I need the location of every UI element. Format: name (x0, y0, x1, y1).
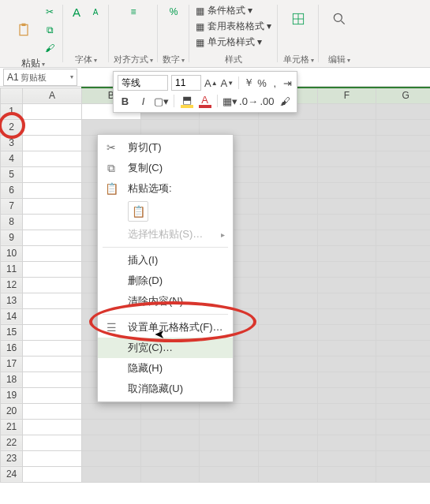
increase-decimal-icon[interactable]: .00 (260, 93, 275, 109)
cell[interactable] (376, 214, 430, 230)
cell[interactable] (258, 371, 317, 387)
cell[interactable] (376, 340, 430, 356)
menu-clear[interactable]: 清除内容(N) (98, 291, 233, 312)
row[interactable]: 24 (1, 466, 431, 482)
cell[interactable] (376, 230, 430, 245)
row-header[interactable]: 18 (1, 371, 23, 387)
font-family-select[interactable] (118, 75, 168, 91)
currency-icon[interactable]: ￥ (244, 75, 254, 91)
cell[interactable] (140, 119, 200, 135)
cell[interactable] (376, 261, 430, 277)
cell[interactable] (376, 450, 430, 466)
row-header[interactable]: 8 (1, 214, 23, 230)
cell[interactable] (81, 119, 140, 135)
row-header[interactable]: 6 (1, 182, 23, 198)
cell[interactable] (23, 261, 82, 277)
cell[interactable] (140, 450, 200, 466)
row-header[interactable]: 2 (1, 119, 23, 135)
row-header[interactable]: 15 (1, 324, 23, 340)
cell[interactable] (317, 198, 376, 214)
cell[interactable] (258, 308, 317, 324)
cell[interactable] (376, 135, 430, 151)
cell[interactable] (23, 166, 82, 182)
cell[interactable] (317, 419, 376, 435)
cell[interactable] (317, 103, 376, 119)
cell[interactable] (376, 387, 430, 403)
cell[interactable] (23, 324, 82, 340)
comma-icon[interactable]: , (270, 75, 279, 91)
menu-insert[interactable]: 插入(I) (98, 250, 233, 271)
cell[interactable] (23, 277, 82, 293)
cell[interactable] (258, 151, 317, 166)
cell[interactable] (376, 119, 430, 135)
paste-button[interactable] (8, 14, 39, 46)
cut-icon[interactable]: ✂ (41, 3, 58, 21)
row-header[interactable]: 19 (1, 387, 23, 403)
fill-color-icon[interactable]: ⬒ (179, 93, 194, 109)
cell[interactable] (81, 435, 140, 450)
row-header[interactable]: 4 (1, 151, 23, 166)
cell[interactable] (317, 371, 376, 387)
italic-button[interactable]: I (136, 93, 151, 109)
cell[interactable] (23, 387, 82, 403)
cell[interactable] (23, 356, 82, 371)
paste-default-icon[interactable]: 📋 (128, 201, 148, 222)
cell[interactable] (23, 245, 82, 261)
cell[interactable] (200, 419, 259, 435)
cell[interactable] (23, 198, 82, 214)
cell[interactable] (376, 245, 430, 261)
cell[interactable] (317, 308, 376, 324)
cell[interactable] (23, 182, 82, 198)
cell[interactable] (317, 214, 376, 230)
cell[interactable] (81, 419, 140, 435)
group-label-align[interactable]: 对齐方式 (114, 54, 153, 65)
cell[interactable] (376, 151, 430, 166)
font-size-select[interactable] (171, 75, 201, 91)
cell[interactable] (258, 166, 317, 182)
cell[interactable] (258, 403, 317, 419)
group-label-cells[interactable]: 单元格 (283, 54, 314, 65)
bold-button[interactable]: B (118, 93, 133, 109)
cell[interactable] (258, 135, 317, 151)
cell[interactable] (258, 435, 317, 450)
row-header[interactable]: 20 (1, 403, 23, 419)
font-increase-icon[interactable]: A (68, 3, 85, 21)
cell[interactable] (317, 261, 376, 277)
cell[interactable] (258, 245, 317, 261)
menu-delete[interactable]: 删除(D) (98, 271, 233, 291)
cell[interactable] (23, 308, 82, 324)
cell[interactable] (376, 198, 430, 214)
cell[interactable] (317, 324, 376, 340)
row-header[interactable]: 16 (1, 340, 23, 356)
cell[interactable] (376, 419, 430, 435)
conditional-format-button[interactable]: ▦条件格式 ▾ (194, 3, 273, 18)
row-header[interactable]: 14 (1, 308, 23, 324)
decrease-decimal-icon[interactable]: .0→ (241, 93, 256, 109)
copy-icon[interactable]: ⧉ (41, 21, 58, 39)
cell[interactable] (376, 277, 430, 293)
cell[interactable] (200, 119, 259, 135)
cell[interactable] (317, 230, 376, 245)
cell[interactable] (376, 466, 430, 482)
cell[interactable] (258, 214, 317, 230)
cell[interactable] (81, 403, 140, 419)
col-header-G[interactable]: G (376, 88, 430, 103)
cell[interactable] (258, 293, 317, 308)
borders-more-icon[interactable]: ▦▾ (222, 93, 237, 109)
table-format-button[interactable]: ▦套用表格格式 ▾ (194, 19, 273, 34)
percent-icon[interactable]: % (257, 75, 267, 91)
menu-unhide[interactable]: 取消隐藏(U) (98, 379, 233, 399)
row-header[interactable]: 3 (1, 135, 23, 151)
cell[interactable] (23, 119, 82, 135)
cell[interactable] (317, 403, 376, 419)
cell[interactable] (317, 245, 376, 261)
cells-button[interactable] (282, 3, 314, 35)
percent-icon[interactable]: % (165, 3, 182, 21)
cell[interactable] (23, 293, 82, 308)
cell[interactable] (376, 324, 430, 340)
format-painter-icon[interactable]: 🖌 (41, 39, 58, 57)
menu-copy[interactable]: ⧉ 复制(C) (98, 158, 233, 178)
group-label-number[interactable]: 数字 (163, 54, 185, 65)
cell[interactable] (317, 166, 376, 182)
cell[interactable] (140, 435, 200, 450)
